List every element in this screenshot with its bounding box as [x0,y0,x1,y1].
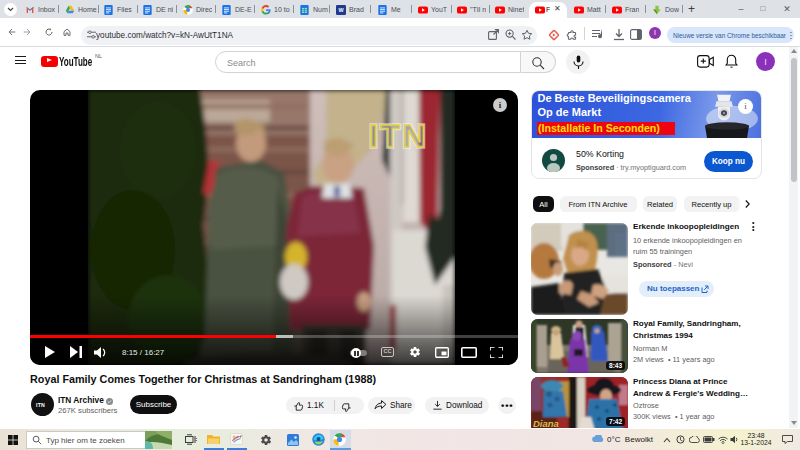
svg-text:ITN: ITN [369,118,426,154]
svg-text:Diana: Diana [533,418,559,428]
svg-text:W: W [338,7,344,13]
